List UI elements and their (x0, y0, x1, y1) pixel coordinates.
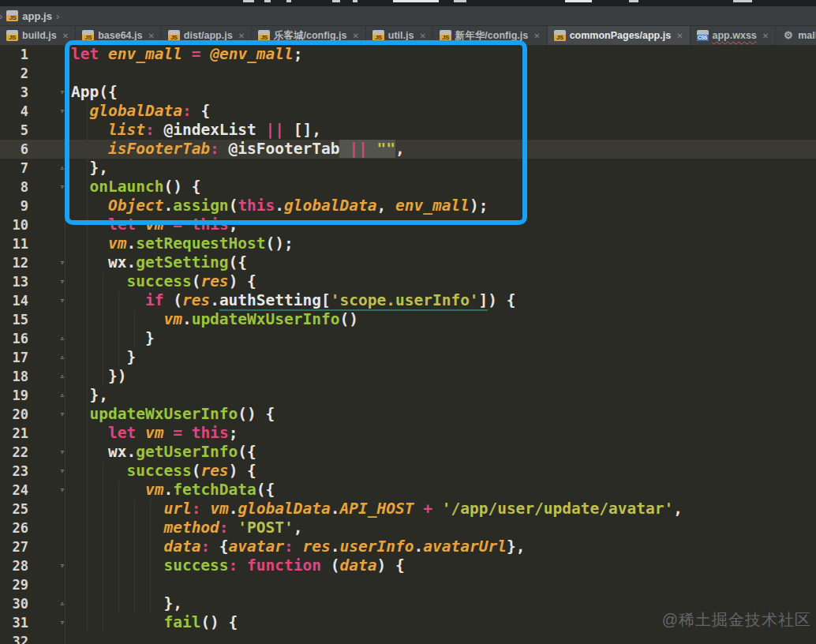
code-text: } (71, 348, 136, 367)
editor-tab[interactable]: JS乐客城/config.js✕ (252, 26, 366, 45)
line-number: 6 (0, 140, 28, 159)
editor-tab[interactable]: JS新年华/config.js✕ (433, 26, 548, 45)
fold-marker-icon[interactable]: ▵ (28, 348, 71, 367)
ide-window: › JS app.js › JSbuild.js✕JSbase64.js✕JSd… (0, 0, 816, 644)
fold-marker-icon[interactable]: ▵ (28, 386, 71, 405)
code-line[interactable]: 3▿App({ (0, 83, 816, 102)
code-line[interactable]: 22▿ wx.getUserInfo({ (0, 443, 816, 462)
fold-marker-icon[interactable]: ▿ (28, 253, 71, 272)
code-line[interactable]: 11 vm.setRequestHost(); (0, 234, 816, 253)
browser-edge-fragment (264, 0, 271, 2)
code-text: vm.updateWxUserInfo() (71, 310, 358, 329)
code-lines[interactable]: 1let env_mall = @env_mall;23▿App({4▿ glo… (0, 45, 816, 644)
code-line[interactable]: 10 let vm = this; (0, 215, 816, 234)
code-text: vm.setRequestHost(); (71, 234, 294, 253)
editor-tab[interactable]: ⚙mall.json✕ (776, 26, 816, 45)
fold-marker-icon[interactable]: ▵ (28, 159, 71, 178)
code-line[interactable]: 4▿ globalData: { (0, 102, 816, 121)
fold-marker-icon[interactable]: ▿ (28, 102, 71, 121)
code-line[interactable]: 17▵ } (0, 348, 816, 367)
tab-close-icon[interactable]: ✕ (238, 32, 245, 40)
js-file-icon: JS (258, 30, 270, 41)
code-line[interactable]: 9 Object.assign(this.globalData, env_mal… (0, 197, 816, 215)
code-text: success(res) { (71, 462, 256, 481)
code-line[interactable]: 14▿ if (res.authSetting['scope.userInfo'… (0, 291, 816, 310)
code-line[interactable]: 29 (0, 575, 816, 594)
line-number: 22 (0, 443, 28, 462)
code-text: let vm = this; (71, 215, 238, 234)
tab-close-icon[interactable]: ✕ (148, 32, 154, 40)
fold-marker-icon[interactable]: ▵ (28, 367, 71, 386)
fold-marker-icon[interactable]: ▿ (28, 272, 71, 291)
code-editor[interactable]: 1let env_mall = @env_mall;23▿App({4▿ glo… (0, 45, 816, 644)
code-line[interactable]: 7▵ }, (0, 159, 816, 178)
editor-tab[interactable]: JSbase64.js✕ (76, 26, 162, 45)
tab-label: 新年华/config.js (455, 29, 528, 43)
browser-edge-fragment (454, 0, 466, 2)
breadcrumb-file[interactable]: app.js (22, 10, 52, 22)
editor-tab[interactable]: JScommonPages/app.js✕ (548, 26, 691, 45)
fold-marker-icon[interactable]: ▿ (28, 556, 71, 575)
fold-marker-icon[interactable]: ▿ (28, 83, 71, 102)
line-number: 18 (0, 367, 28, 386)
fold-marker-icon[interactable]: ▿ (28, 291, 71, 310)
tab-close-icon[interactable]: ✕ (352, 32, 358, 40)
fold-marker-icon[interactable]: ▿ (28, 405, 71, 424)
tab-close-icon[interactable]: ✕ (533, 32, 540, 40)
editor-tab[interactable]: JSdist/app.js✕ (162, 26, 252, 45)
tab-close-icon[interactable]: ✕ (419, 32, 425, 40)
code-line[interactable]: 15 vm.updateWxUserInfo() (0, 310, 816, 329)
editor-tab[interactable]: JSutil.js✕ (366, 26, 433, 45)
line-number: 32 (0, 632, 28, 644)
fold-gutter (28, 519, 71, 537)
code-line[interactable]: 24▿ vm.fetchData({ (0, 481, 816, 500)
line-number: 5 (0, 121, 28, 140)
line-number: 25 (0, 500, 28, 519)
fold-marker-icon[interactable]: ▿ (28, 178, 71, 197)
code-line[interactable]: 20▿ updateWxUserInfo() { (0, 405, 816, 424)
code-line[interactable]: 26 method: 'POST', (0, 519, 816, 537)
code-line[interactable]: 25 url: vm.globalData.API_HOST + '/app/u… (0, 500, 816, 519)
code-text: App({ (71, 83, 118, 102)
fold-marker-icon[interactable]: ▿ (28, 481, 71, 500)
line-number: 29 (0, 575, 28, 594)
code-line[interactable]: 2 (0, 64, 816, 83)
code-line[interactable]: 27 data: {avatar: res.userInfo.avatarUrl… (0, 537, 816, 556)
line-number: 8 (0, 178, 28, 197)
code-line[interactable]: 12▿ wx.getSetting({ (0, 253, 816, 272)
breadcrumb[interactable]: › JS app.js › (0, 6, 816, 26)
fold-marker-icon[interactable]: ▵ (28, 594, 71, 613)
fold-marker-icon[interactable]: ▿ (28, 613, 71, 632)
editor-tab[interactable]: CSSapp.wxss✕ (691, 26, 777, 45)
tab-close-icon[interactable]: ✕ (62, 32, 69, 40)
code-line[interactable]: 6 isFooterTab: @isFooterTab || "", (0, 140, 816, 159)
line-number: 20 (0, 405, 28, 424)
code-text: globalData: { (71, 102, 210, 121)
code-text: vm.fetchData({ (71, 481, 275, 500)
code-line[interactable]: 23▿ success(res) { (0, 462, 816, 481)
fold-marker-icon[interactable]: ▵ (28, 329, 71, 348)
line-number: 27 (0, 537, 28, 556)
js-file-icon: JS (6, 30, 18, 41)
tab-close-icon[interactable]: ✕ (676, 32, 683, 40)
json-file-icon: ⚙ (782, 30, 794, 41)
code-line[interactable]: 1let env_mall = @env_mall; (0, 45, 816, 64)
fold-gutter (28, 45, 71, 64)
editor-tab[interactable]: JSbuild.js✕ (0, 26, 76, 45)
tab-label: mall.json (798, 30, 816, 41)
code-line[interactable]: 16▵ } (0, 329, 816, 348)
code-line[interactable]: 21 let vm = this; (0, 424, 816, 443)
code-line[interactable]: 18▵ }) (0, 367, 816, 386)
line-number: 7 (0, 159, 28, 178)
fold-marker-icon[interactable]: ▿ (28, 462, 71, 481)
tab-close-icon[interactable]: ✕ (762, 32, 769, 40)
code-line[interactable]: 19▵ }, (0, 386, 816, 405)
code-line[interactable]: 8▿ onLaunch() { (0, 178, 816, 197)
fold-marker-icon[interactable]: ▿ (28, 443, 71, 462)
code-line[interactable]: 13▿ success(res) { (0, 272, 816, 291)
code-line[interactable]: 28▿ success: function (data) { (0, 556, 816, 575)
code-line[interactable]: 32 (0, 632, 816, 644)
code-line[interactable]: 5 list: @indexList || [], (0, 121, 816, 140)
code-text: url: vm.globalData.API_HOST + '/app/user… (71, 500, 683, 519)
line-number: 24 (0, 481, 28, 500)
